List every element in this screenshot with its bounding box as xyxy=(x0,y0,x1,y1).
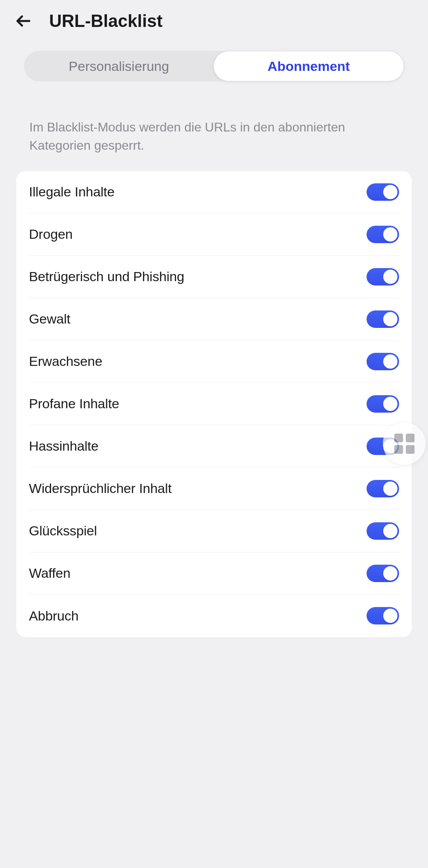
category-label: Betrügerisch und Phishing xyxy=(29,269,184,284)
category-row: Widersprüchlicher Inhalt xyxy=(29,468,399,510)
category-toggle[interactable] xyxy=(367,268,399,286)
category-label: Glücksspiel xyxy=(29,523,97,539)
category-row: Betrügerisch und Phishing xyxy=(29,256,399,298)
category-list: Illegale Inhalte Drogen Betrügerisch und… xyxy=(16,171,412,638)
category-label: Waffen xyxy=(29,565,71,581)
category-row: Glücksspiel xyxy=(29,510,399,552)
toggle-knob xyxy=(383,609,397,623)
category-row: Drogen xyxy=(29,213,399,256)
category-toggle[interactable] xyxy=(367,480,399,497)
toggle-knob xyxy=(383,397,397,411)
back-button[interactable] xyxy=(14,12,32,30)
toggle-knob xyxy=(383,270,397,284)
toggle-knob xyxy=(383,566,397,581)
category-toggle[interactable] xyxy=(367,226,399,243)
category-toggle[interactable] xyxy=(367,565,399,582)
tab-personalisierung[interactable]: Personalisierung xyxy=(24,51,214,81)
category-label: Abbruch xyxy=(29,608,78,624)
category-label: Illegale Inhalte xyxy=(29,184,115,200)
category-row: Abbruch xyxy=(29,595,399,637)
category-toggle[interactable] xyxy=(367,310,399,328)
toggle-knob xyxy=(383,482,397,496)
arrow-left-icon xyxy=(15,13,31,29)
category-toggle[interactable] xyxy=(367,183,399,201)
grid-icon xyxy=(394,434,415,454)
category-label: Erwachsene xyxy=(29,354,102,369)
category-row: Profane Inhalte xyxy=(29,383,399,425)
toggle-knob xyxy=(383,227,397,242)
floating-grid-button[interactable] xyxy=(383,422,426,465)
toggle-knob xyxy=(383,354,397,369)
category-row: Erwachsene xyxy=(29,341,399,383)
toggle-knob xyxy=(383,185,397,199)
mode-description: Im Blacklist-Modus werden die URLs in de… xyxy=(29,118,399,155)
category-row: Hassinhalte xyxy=(29,425,399,468)
category-row: Waffen xyxy=(29,552,399,595)
category-toggle[interactable] xyxy=(367,395,399,413)
category-label: Drogen xyxy=(29,227,73,242)
category-toggle[interactable] xyxy=(367,607,399,624)
category-label: Hassinhalte xyxy=(29,438,98,454)
tab-segmented-control: Personalisierung Abonnement xyxy=(24,51,404,82)
header: URL-Blacklist xyxy=(0,0,428,42)
category-row: Gewalt xyxy=(29,298,399,341)
page-title: URL-Blacklist xyxy=(49,11,162,31)
category-label: Profane Inhalte xyxy=(29,396,119,411)
toggle-knob xyxy=(383,524,397,538)
category-row: Illegale Inhalte xyxy=(29,171,399,213)
category-label: Gewalt xyxy=(29,311,71,327)
category-toggle[interactable] xyxy=(367,353,399,370)
tab-abonnement[interactable]: Abonnement xyxy=(214,51,404,81)
category-toggle[interactable] xyxy=(367,522,399,540)
toggle-knob xyxy=(383,312,397,326)
category-label: Widersprüchlicher Inhalt xyxy=(29,481,172,496)
